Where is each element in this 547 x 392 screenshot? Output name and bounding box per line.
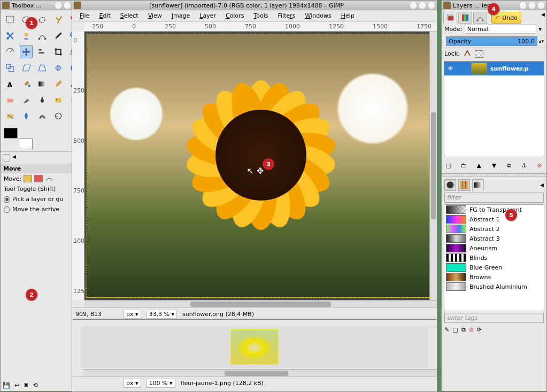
delete-layer-icon[interactable]: ⊘ xyxy=(535,160,544,170)
reset-options-icon[interactable]: ⟲ xyxy=(33,382,37,389)
gradient-row[interactable]: Blinds xyxy=(444,253,544,263)
image-window-titlebar[interactable]: [sunflower] (imported)-7.0 (RGB color, 1… xyxy=(72,1,437,10)
gradient-filter-input[interactable]: filter xyxy=(444,193,544,203)
layer-mode-select[interactable]: Normal xyxy=(465,25,537,34)
new-layer-icon[interactable]: ▢ xyxy=(444,160,453,170)
bucket-fill-tool[interactable] xyxy=(20,78,33,90)
lock-pixels-icon[interactable] xyxy=(463,49,472,58)
menu-edit[interactable]: Edit xyxy=(95,11,114,20)
menu-windows[interactable]: Windows xyxy=(301,11,336,20)
menu-view[interactable]: View xyxy=(144,11,166,20)
anchor-layer-icon[interactable]: ⚓ xyxy=(520,160,529,170)
radio-pick-layer[interactable]: Pick a layer or gu xyxy=(1,194,82,204)
minimize-button[interactable] xyxy=(519,2,527,9)
fg-color-swatch[interactable] xyxy=(4,128,18,139)
zoom-select-2[interactable]: 100 % ▾ xyxy=(147,379,175,388)
blend-tool[interactable] xyxy=(36,78,49,90)
measure-tool[interactable] xyxy=(4,45,17,58)
tab-gradients[interactable] xyxy=(472,179,484,191)
layer-list[interactable]: 👁 sunflower.p xyxy=(444,61,544,157)
layer-name[interactable]: sunflower.p xyxy=(490,65,528,72)
maximize-button[interactable] xyxy=(419,2,426,9)
shear-tool[interactable] xyxy=(20,62,33,74)
lower-layer-icon[interactable]: ▼ xyxy=(489,160,499,170)
menu-layer[interactable]: Layer xyxy=(195,11,220,20)
edit-gradient-icon[interactable]: ✎ xyxy=(444,326,449,333)
layer-group-icon[interactable]: 🗀 xyxy=(459,160,468,170)
fuzzy-select-tool[interactable] xyxy=(52,13,65,26)
pencil-tool[interactable] xyxy=(52,78,65,90)
close-button[interactable] xyxy=(537,2,545,9)
tab-layers[interactable] xyxy=(443,12,457,24)
tags-input[interactable]: enter tags xyxy=(444,313,544,323)
scale-tool[interactable] xyxy=(4,62,17,74)
gradient-row[interactable]: Brushed Aluminium xyxy=(444,282,544,291)
save-options-icon[interactable]: 💾 xyxy=(3,382,10,389)
visibility-eye-icon[interactable]: 👁 xyxy=(446,65,454,72)
duplicate-layer-icon[interactable]: ⧉ xyxy=(504,160,514,170)
free-select-tool[interactable] xyxy=(36,13,49,26)
raise-layer-icon[interactable]: ▲ xyxy=(474,160,484,170)
maximize-button[interactable] xyxy=(64,2,71,9)
vertical-ruler[interactable]: 025050075010001250 xyxy=(72,32,84,300)
move-layer-icon[interactable] xyxy=(24,175,32,182)
duplicate-gradient-icon[interactable]: ⧉ xyxy=(461,326,466,333)
lock-alpha-icon[interactable] xyxy=(475,50,483,58)
canvas-2[interactable] xyxy=(81,327,428,368)
layer-row[interactable]: 👁 sunflower.p xyxy=(444,62,544,75)
rect-select-tool[interactable] xyxy=(4,13,17,26)
menu-select[interactable]: Select xyxy=(116,11,143,20)
smudge-tool[interactable] xyxy=(36,110,49,122)
layer-thumbnail[interactable] xyxy=(471,63,487,74)
color-picker-tool[interactable] xyxy=(52,29,65,42)
gradient-row[interactable]: Abstract 3 xyxy=(444,234,544,243)
maximize-button[interactable] xyxy=(528,2,536,9)
tab-patterns[interactable] xyxy=(458,179,470,191)
horizontal-scrollbar[interactable] xyxy=(84,300,437,308)
new-gradient-icon[interactable]: ▢ xyxy=(452,326,458,333)
gradient-row[interactable]: Browns xyxy=(444,272,544,282)
dock-splitter[interactable] xyxy=(442,173,546,176)
toolbox-titlebar[interactable]: Toolbox ... xyxy=(1,1,82,10)
gradient-row[interactable]: Abstract 2 xyxy=(444,224,544,234)
radio-move-active[interactable]: Move the active xyxy=(1,204,82,214)
menu-tools[interactable]: Tools xyxy=(249,11,272,20)
gradient-row[interactable]: Abstract 1 xyxy=(444,214,544,224)
gradient-list[interactable]: FG to TransparentAbstract 1Abstract 2Abs… xyxy=(444,204,544,311)
opacity-slider[interactable]: Opacity 100,0 xyxy=(446,36,537,46)
tab-channels[interactable] xyxy=(458,12,472,24)
zoom-select[interactable]: 33,3 % ▾ xyxy=(147,310,177,319)
align-tool[interactable] xyxy=(36,45,49,58)
close-button[interactable] xyxy=(428,2,435,9)
airbrush-tool[interactable] xyxy=(20,94,33,106)
minimize-button[interactable] xyxy=(410,2,417,9)
horizontal-scrollbar-2[interactable] xyxy=(83,369,437,376)
scissors-tool[interactable] xyxy=(4,29,17,42)
menu-help[interactable]: Help xyxy=(337,11,359,20)
menu-image[interactable]: Image xyxy=(167,11,194,20)
unit-select-2[interactable]: px ▾ xyxy=(124,379,141,388)
gradient-row[interactable]: Aneurism xyxy=(444,243,544,253)
crop-tool[interactable] xyxy=(52,45,65,58)
horizontal-ruler[interactable]: -25002505007501000125015001750 xyxy=(84,22,437,32)
gradient-row[interactable]: FG to Transparent xyxy=(444,205,544,214)
restore-options-icon[interactable]: ↩ xyxy=(14,382,19,389)
clone-tool[interactable] xyxy=(52,94,65,106)
dodge-burn-tool[interactable] xyxy=(52,110,65,122)
menu-colors[interactable]: Colors xyxy=(221,11,248,20)
vertical-scrollbar[interactable] xyxy=(429,32,437,300)
dock-menu-icon[interactable]: ◀ xyxy=(541,12,545,24)
perspective-clone-tool[interactable] xyxy=(4,110,17,122)
delete-gradient-icon[interactable]: ⊘ xyxy=(469,326,474,333)
flip-tool[interactable] xyxy=(52,62,65,74)
dock-tab-icon[interactable] xyxy=(3,154,10,162)
tab-brushes[interactable] xyxy=(444,179,456,191)
refresh-gradient-icon[interactable]: ⟳ xyxy=(477,326,482,333)
paths-tool[interactable] xyxy=(36,29,49,42)
color-swatches[interactable] xyxy=(4,128,33,149)
dock-menu-icon[interactable]: ◀ xyxy=(540,182,544,188)
move-path-icon[interactable] xyxy=(45,175,53,182)
text-tool[interactable]: A xyxy=(4,78,17,90)
move-selection-icon[interactable] xyxy=(34,175,43,182)
blur-sharpen-tool[interactable] xyxy=(20,110,33,122)
